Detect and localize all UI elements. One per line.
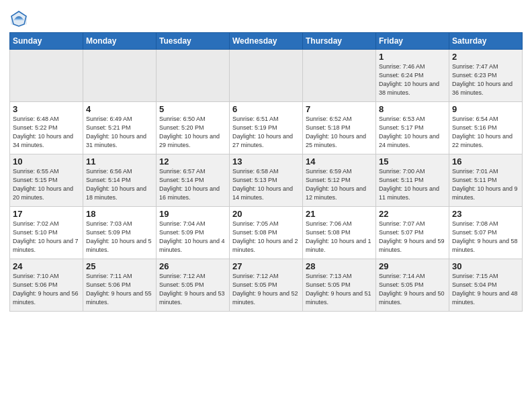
day-info: Sunrise: 7:46 AM Sunset: 6:24 PM Dayligh… <box>379 62 446 97</box>
weekday-header-monday: Monday <box>83 33 157 50</box>
day-info: Sunrise: 7:04 AM Sunset: 5:09 PM Dayligh… <box>159 220 226 255</box>
day-info: Sunrise: 6:53 AM Sunset: 5:17 PM Dayligh… <box>379 115 446 150</box>
day-number: 20 <box>232 209 300 219</box>
calendar-cell: 13Sunrise: 6:58 AM Sunset: 5:13 PM Dayli… <box>230 154 303 207</box>
page-container: SundayMondayTuesdayWednesdayThursdayFrid… <box>0 0 532 316</box>
weekday-header-sunday: Sunday <box>10 33 83 50</box>
day-info: Sunrise: 6:50 AM Sunset: 5:20 PM Dayligh… <box>159 115 226 150</box>
calendar-cell: 16Sunrise: 7:01 AM Sunset: 5:11 PM Dayli… <box>449 154 523 207</box>
day-number: 17 <box>13 209 80 219</box>
day-number: 30 <box>452 261 519 271</box>
day-number: 15 <box>379 156 446 167</box>
calendar-cell <box>83 50 157 102</box>
day-number: 24 <box>13 261 80 271</box>
calendar-cell <box>230 50 303 102</box>
day-number: 18 <box>86 209 153 219</box>
day-info: Sunrise: 6:54 AM Sunset: 5:16 PM Dayligh… <box>452 115 519 150</box>
day-info: Sunrise: 7:12 AM Sunset: 5:05 PM Dayligh… <box>159 272 226 307</box>
day-number: 4 <box>86 104 153 114</box>
week-row-5: 24Sunrise: 7:10 AM Sunset: 5:06 PM Dayli… <box>10 259 523 312</box>
calendar-cell: 5Sunrise: 6:50 AM Sunset: 5:20 PM Daylig… <box>157 102 230 154</box>
calendar-cell <box>10 50 83 102</box>
calendar-cell: 15Sunrise: 7:00 AM Sunset: 5:11 PM Dayli… <box>376 154 449 207</box>
day-info: Sunrise: 7:05 AM Sunset: 5:08 PM Dayligh… <box>232 220 300 255</box>
day-number: 13 <box>232 156 300 167</box>
day-number: 6 <box>232 104 300 114</box>
calendar-cell: 19Sunrise: 7:04 AM Sunset: 5:09 PM Dayli… <box>157 207 230 259</box>
weekday-header-row: SundayMondayTuesdayWednesdayThursdayFrid… <box>10 33 523 50</box>
calendar-cell: 28Sunrise: 7:13 AM Sunset: 5:05 PM Dayli… <box>303 259 376 312</box>
day-info: Sunrise: 7:47 AM Sunset: 6:23 PM Dayligh… <box>452 62 519 97</box>
header <box>9 7 523 28</box>
calendar-cell: 23Sunrise: 7:08 AM Sunset: 5:07 PM Dayli… <box>449 207 523 259</box>
calendar-cell: 29Sunrise: 7:14 AM Sunset: 5:05 PM Dayli… <box>376 259 449 312</box>
day-info: Sunrise: 6:51 AM Sunset: 5:19 PM Dayligh… <box>232 115 300 150</box>
day-info: Sunrise: 6:58 AM Sunset: 5:13 PM Dayligh… <box>232 167 300 202</box>
calendar-cell: 30Sunrise: 7:15 AM Sunset: 5:04 PM Dayli… <box>449 259 523 312</box>
day-info: Sunrise: 6:49 AM Sunset: 5:21 PM Dayligh… <box>86 115 153 150</box>
day-number: 22 <box>379 209 446 219</box>
day-number: 7 <box>306 104 373 114</box>
day-number: 23 <box>452 209 519 219</box>
day-info: Sunrise: 6:55 AM Sunset: 5:15 PM Dayligh… <box>13 167 80 202</box>
day-info: Sunrise: 7:08 AM Sunset: 5:07 PM Dayligh… <box>452 220 519 255</box>
week-row-1: 1Sunrise: 7:46 AM Sunset: 6:24 PM Daylig… <box>10 50 523 102</box>
day-info: Sunrise: 7:12 AM Sunset: 5:05 PM Dayligh… <box>232 272 300 307</box>
day-info: Sunrise: 7:03 AM Sunset: 5:09 PM Dayligh… <box>86 220 153 255</box>
weekday-header-wednesday: Wednesday <box>230 33 303 50</box>
day-info: Sunrise: 6:52 AM Sunset: 5:18 PM Dayligh… <box>306 115 373 150</box>
calendar-cell <box>157 50 230 102</box>
day-number: 8 <box>379 104 446 114</box>
calendar-cell: 1Sunrise: 7:46 AM Sunset: 6:24 PM Daylig… <box>376 50 449 102</box>
calendar-cell: 25Sunrise: 7:11 AM Sunset: 5:06 PM Dayli… <box>83 259 157 312</box>
day-info: Sunrise: 6:56 AM Sunset: 5:14 PM Dayligh… <box>86 167 153 202</box>
calendar-table: SundayMondayTuesdayWednesdayThursdayFrid… <box>9 32 523 312</box>
weekday-header-friday: Friday <box>376 33 449 50</box>
day-number: 16 <box>452 156 519 167</box>
day-number: 25 <box>86 261 153 271</box>
calendar-cell: 7Sunrise: 6:52 AM Sunset: 5:18 PM Daylig… <box>303 102 376 154</box>
day-number: 21 <box>306 209 373 219</box>
calendar-cell <box>303 50 376 102</box>
day-number: 29 <box>379 261 446 271</box>
day-number: 19 <box>159 209 226 219</box>
week-row-2: 3Sunrise: 6:48 AM Sunset: 5:22 PM Daylig… <box>10 102 523 154</box>
calendar-cell: 3Sunrise: 6:48 AM Sunset: 5:22 PM Daylig… <box>10 102 83 154</box>
weekday-header-tuesday: Tuesday <box>157 33 230 50</box>
calendar-cell: 27Sunrise: 7:12 AM Sunset: 5:05 PM Dayli… <box>230 259 303 312</box>
day-number: 11 <box>86 156 153 167</box>
day-number: 9 <box>452 104 519 114</box>
week-row-4: 17Sunrise: 7:02 AM Sunset: 5:10 PM Dayli… <box>10 207 523 259</box>
week-row-3: 10Sunrise: 6:55 AM Sunset: 5:15 PM Dayli… <box>10 154 523 207</box>
calendar-cell: 10Sunrise: 6:55 AM Sunset: 5:15 PM Dayli… <box>10 154 83 207</box>
day-info: Sunrise: 7:02 AM Sunset: 5:10 PM Dayligh… <box>13 220 80 255</box>
day-number: 5 <box>159 104 226 114</box>
logo <box>9 9 31 28</box>
day-info: Sunrise: 7:13 AM Sunset: 5:05 PM Dayligh… <box>306 272 373 307</box>
calendar-cell: 24Sunrise: 7:10 AM Sunset: 5:06 PM Dayli… <box>10 259 83 312</box>
day-info: Sunrise: 7:14 AM Sunset: 5:05 PM Dayligh… <box>379 272 446 307</box>
calendar-cell: 20Sunrise: 7:05 AM Sunset: 5:08 PM Dayli… <box>230 207 303 259</box>
weekday-header-thursday: Thursday <box>303 33 376 50</box>
calendar-cell: 12Sunrise: 6:57 AM Sunset: 5:14 PM Dayli… <box>157 154 230 207</box>
calendar-cell: 9Sunrise: 6:54 AM Sunset: 5:16 PM Daylig… <box>449 102 523 154</box>
calendar-cell: 26Sunrise: 7:12 AM Sunset: 5:05 PM Dayli… <box>157 259 230 312</box>
weekday-header-saturday: Saturday <box>449 33 523 50</box>
calendar-cell: 8Sunrise: 6:53 AM Sunset: 5:17 PM Daylig… <box>376 102 449 154</box>
calendar-cell: 18Sunrise: 7:03 AM Sunset: 5:09 PM Dayli… <box>83 207 157 259</box>
calendar-cell: 2Sunrise: 7:47 AM Sunset: 6:23 PM Daylig… <box>449 50 523 102</box>
day-number: 1 <box>379 52 446 62</box>
day-number: 14 <box>306 156 373 167</box>
day-number: 27 <box>232 261 300 271</box>
day-info: Sunrise: 6:48 AM Sunset: 5:22 PM Dayligh… <box>13 115 80 150</box>
calendar-cell: 11Sunrise: 6:56 AM Sunset: 5:14 PM Dayli… <box>83 154 157 207</box>
calendar-cell: 4Sunrise: 6:49 AM Sunset: 5:21 PM Daylig… <box>83 102 157 154</box>
day-info: Sunrise: 6:59 AM Sunset: 5:12 PM Dayligh… <box>306 167 373 202</box>
day-info: Sunrise: 7:07 AM Sunset: 5:07 PM Dayligh… <box>379 220 446 255</box>
day-number: 3 <box>13 104 80 114</box>
logo-icon <box>9 9 28 28</box>
day-number: 2 <box>452 52 519 62</box>
day-info: Sunrise: 7:11 AM Sunset: 5:06 PM Dayligh… <box>86 272 153 307</box>
day-info: Sunrise: 7:00 AM Sunset: 5:11 PM Dayligh… <box>379 167 446 202</box>
day-number: 10 <box>13 156 80 167</box>
